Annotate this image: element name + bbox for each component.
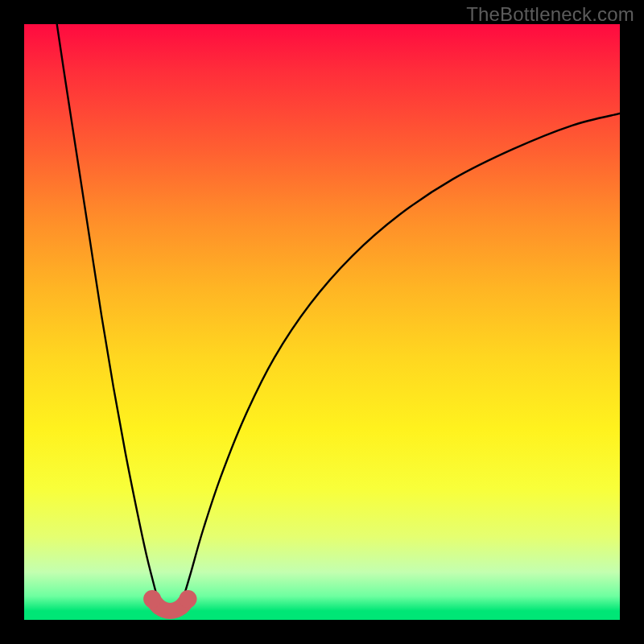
series-valley-marker-cap (180, 590, 197, 608)
series-valley-marker-cap (143, 590, 161, 608)
watermark-text: TheBottleneck.com (466, 3, 634, 26)
plot-area (24, 24, 620, 620)
curve-layer (24, 24, 620, 620)
series-left-branch (57, 24, 162, 608)
chart-frame: TheBottleneck.com (0, 0, 644, 644)
series-right-branch (179, 114, 620, 608)
